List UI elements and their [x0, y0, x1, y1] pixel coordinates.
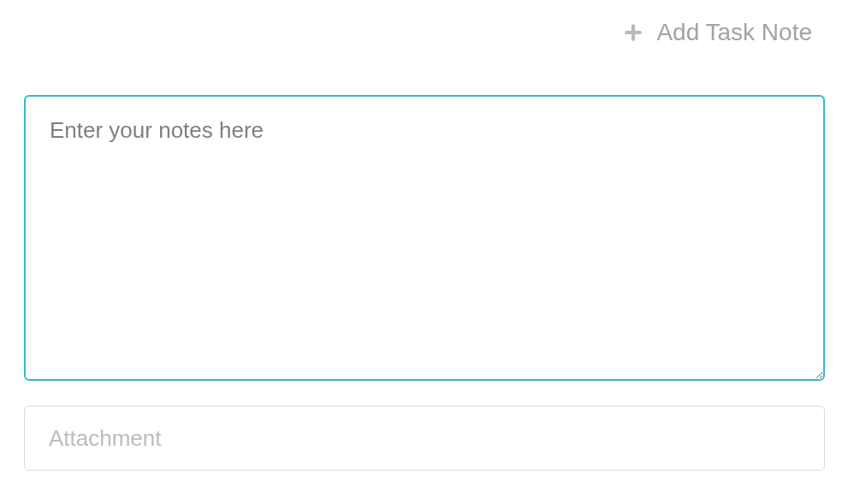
- header: Add Task Note: [624, 19, 812, 46]
- attachment-input[interactable]: [24, 406, 825, 471]
- notes-textarea[interactable]: [24, 95, 825, 381]
- header-title: Add Task Note: [656, 19, 812, 46]
- plus-icon: [624, 23, 643, 42]
